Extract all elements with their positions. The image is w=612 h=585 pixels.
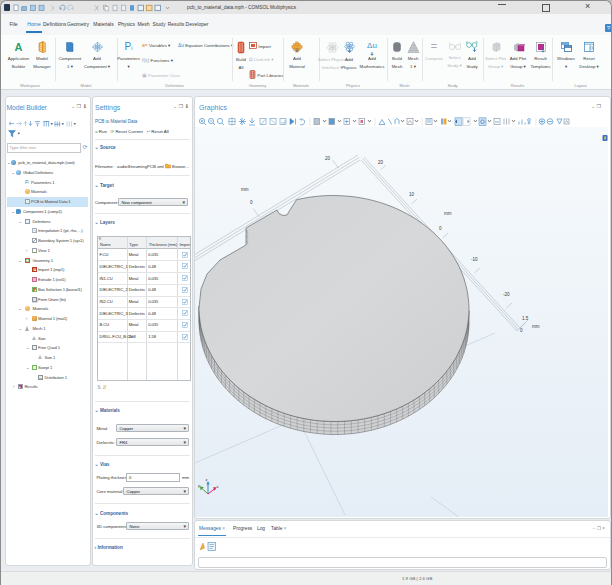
svg-text:z: z (206, 477, 208, 482)
svg-text:20: 20 (378, 160, 384, 165)
svg-text:x: x (217, 484, 219, 489)
svg-text:mm: mm (444, 211, 452, 216)
svg-text:10: 10 (409, 192, 415, 197)
svg-text:-20: -20 (503, 292, 510, 297)
svg-text:1.5: 1.5 (522, 316, 529, 321)
svg-text:-10: -10 (471, 257, 478, 262)
svg-text:mm: mm (532, 324, 540, 329)
svg-text:20: 20 (325, 156, 331, 161)
svg-text:y: y (198, 483, 200, 488)
svg-text:mm: mm (241, 187, 249, 192)
